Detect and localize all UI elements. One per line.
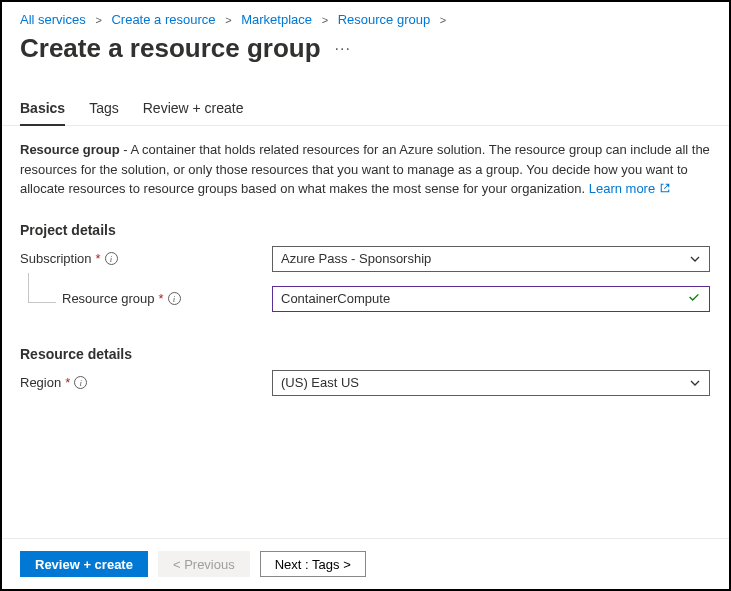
chevron-down-icon (689, 377, 701, 389)
required-asterisk: * (96, 251, 101, 266)
chevron-right-icon: > (440, 14, 446, 26)
info-icon[interactable]: i (168, 292, 181, 305)
info-icon[interactable]: i (105, 252, 118, 265)
tab-basics[interactable]: Basics (20, 100, 65, 126)
breadcrumb-marketplace[interactable]: Marketplace (241, 12, 312, 27)
more-actions-button[interactable]: ··· (335, 40, 351, 58)
review-create-button[interactable]: Review + create (20, 551, 148, 577)
chevron-right-icon: > (225, 14, 231, 26)
page-title: Create a resource group (20, 33, 321, 64)
region-select[interactable]: (US) East US (272, 370, 710, 396)
breadcrumb: All services > Create a resource > Marke… (2, 2, 729, 31)
subscription-label: Subscription * i (20, 251, 272, 266)
required-asterisk: * (159, 291, 164, 306)
tab-review-create[interactable]: Review + create (143, 100, 244, 126)
breadcrumb-resource-group[interactable]: Resource group (338, 12, 431, 27)
required-asterisk: * (65, 375, 70, 390)
region-value: (US) East US (281, 375, 359, 390)
external-link-icon (659, 180, 671, 200)
previous-button: < Previous (158, 551, 250, 577)
breadcrumb-create-resource[interactable]: Create a resource (111, 12, 215, 27)
chevron-down-icon (689, 253, 701, 265)
description-text: Resource group - A container that holds … (20, 140, 711, 200)
breadcrumb-all-services[interactable]: All services (20, 12, 86, 27)
tree-indent-line (28, 273, 56, 303)
check-icon (687, 290, 701, 307)
section-project-details: Project details (20, 222, 711, 238)
section-resource-details: Resource details (20, 346, 711, 362)
resource-group-input[interactable]: ContainerCompute (272, 286, 710, 312)
description-bold: Resource group (20, 142, 120, 157)
learn-more-link[interactable]: Learn more (589, 181, 655, 196)
resource-group-label: Resource group * i (62, 291, 181, 306)
next-button[interactable]: Next : Tags > (260, 551, 366, 577)
footer: Review + create < Previous Next : Tags > (2, 538, 729, 589)
chevron-right-icon: > (322, 14, 328, 26)
info-icon[interactable]: i (74, 376, 87, 389)
region-label: Region * i (20, 375, 272, 390)
chevron-right-icon: > (95, 14, 101, 26)
subscription-value: Azure Pass - Sponsorship (281, 251, 431, 266)
resource-group-value: ContainerCompute (281, 291, 390, 306)
tab-tags[interactable]: Tags (89, 100, 119, 126)
subscription-select[interactable]: Azure Pass - Sponsorship (272, 246, 710, 272)
tabs: Basics Tags Review + create (2, 100, 729, 126)
